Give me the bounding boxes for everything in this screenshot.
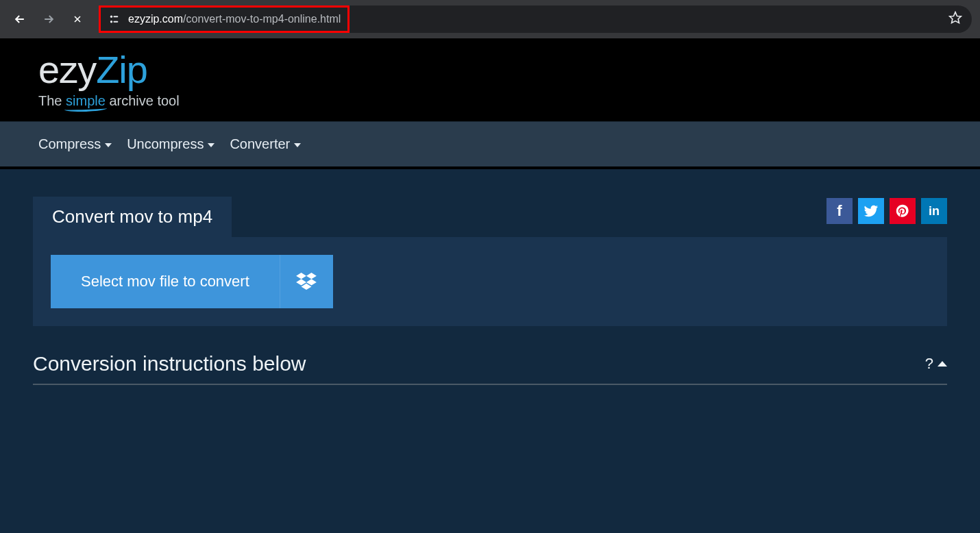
main-nav: Compress Uncompress Converter	[0, 121, 980, 169]
nav-compress[interactable]: Compress	[38, 136, 112, 152]
svg-marker-6	[306, 273, 317, 279]
svg-rect-3	[114, 21, 119, 23]
pinterest-icon	[895, 203, 910, 219]
address-bar-url[interactable]: ezyzip.com/convert-mov-to-mp4-online.htm…	[128, 13, 341, 25]
tagline-em: simple	[66, 93, 106, 109]
site-logo[interactable]: ezyZip	[38, 51, 947, 89]
svg-point-0	[110, 16, 112, 18]
site-header: ezyZip The simple archive tool	[0, 38, 980, 121]
svg-rect-1	[114, 16, 119, 17]
back-button[interactable]	[8, 8, 32, 31]
svg-point-2	[110, 21, 112, 23]
help-icon: ?	[925, 355, 933, 373]
instructions-toggle[interactable]: ?	[925, 355, 947, 373]
tagline-pre: The	[38, 93, 66, 108]
bookmark-star-icon[interactable]	[948, 11, 962, 27]
forward-button[interactable]	[37, 8, 60, 31]
instructions-title: Conversion instructions below	[33, 352, 306, 375]
select-file-label: Select mov file to convert	[81, 273, 249, 290]
share-twitter[interactable]	[858, 198, 884, 224]
browser-toolbar: ezyzip.com/convert-mov-to-mp4-online.htm…	[0, 0, 980, 38]
upload-panel: Select mov file to convert	[33, 237, 947, 326]
logo-part-zip: Zip	[96, 48, 147, 91]
dropbox-icon	[296, 273, 317, 290]
page-title-tab: Convert mov to mp4	[33, 197, 232, 237]
facebook-icon: f	[837, 202, 842, 220]
nav-converter[interactable]: Converter	[230, 136, 301, 152]
select-file-button[interactable]: Select mov file to convert	[51, 255, 280, 308]
share-linkedin[interactable]: in	[921, 198, 947, 224]
file-select-row: Select mov file to convert	[51, 255, 929, 308]
chevron-down-icon	[294, 143, 301, 147]
address-bar-remainder[interactable]	[350, 5, 972, 33]
nav-compress-label: Compress	[38, 136, 101, 152]
chevron-down-icon	[105, 143, 112, 147]
svg-marker-5	[296, 273, 306, 279]
address-bar-container: ezyzip.com/convert-mov-to-mp4-online.htm…	[95, 5, 972, 33]
linkedin-icon: in	[929, 204, 940, 219]
content-top-row: Convert mov to mp4 f in	[33, 197, 947, 237]
nav-uncompress[interactable]: Uncompress	[127, 136, 215, 152]
stop-button[interactable]	[66, 8, 89, 31]
logo-part-ezy: ezy	[38, 48, 96, 91]
tagline-post: archive tool	[106, 93, 180, 108]
share-pinterest[interactable]	[890, 198, 916, 224]
tagline: The simple archive tool	[38, 93, 947, 109]
address-bar-highlight: ezyzip.com/convert-mov-to-mp4-online.htm…	[99, 5, 350, 33]
chevron-down-icon	[208, 143, 215, 147]
main-content: Convert mov to mp4 f in Select mov file …	[0, 169, 980, 385]
url-domain: ezyzip.com	[128, 13, 183, 25]
nav-uncompress-label: Uncompress	[127, 136, 204, 152]
svg-marker-4	[950, 12, 961, 23]
social-share-row: f in	[826, 198, 947, 224]
twitter-icon	[863, 203, 879, 219]
site-controls-icon[interactable]	[108, 12, 121, 26]
instructions-header[interactable]: Conversion instructions below ?	[33, 352, 947, 385]
chevron-up-icon	[938, 361, 947, 367]
share-facebook[interactable]: f	[826, 198, 853, 224]
url-path: /convert-mov-to-mp4-online.html	[183, 13, 341, 25]
dropbox-button[interactable]	[280, 255, 333, 308]
nav-converter-label: Converter	[230, 136, 290, 152]
